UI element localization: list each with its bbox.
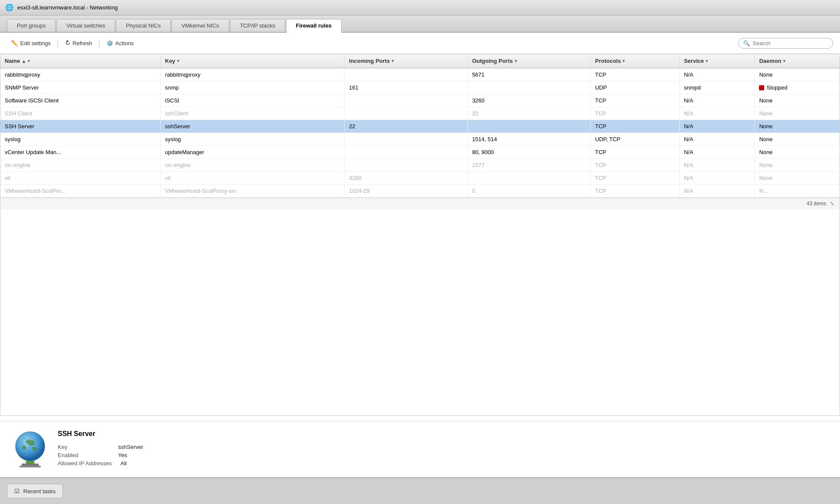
main-area: Port groups Virtual switches Physical NI… (0, 15, 840, 477)
protocols-cell: TCP (591, 120, 679, 133)
protocols-cell: TCP (591, 172, 679, 185)
content-panel: ✏️ Edit settings | ↻ Refresh | ⚙️ Action… (0, 33, 840, 477)
toolbar: ✏️ Edit settings | ↻ Refresh | ⚙️ Action… (0, 33, 840, 54)
detail-panel: SSH Server Key sshServer Enabled Yes All… (0, 421, 840, 477)
table-row[interactable]: VMwareHostd-ScsiPro... VMwareHostd-ScsiP… (0, 185, 840, 198)
daemon-cell: None (755, 120, 840, 133)
table-footer: 43 items ⤡ (0, 198, 840, 209)
key-cell: VMwareHostd-ScsiProxy-srv (161, 185, 345, 198)
protocols-cell: TCP (591, 185, 679, 198)
outgoing-ports-cell (467, 172, 591, 185)
daemon-cell: None (755, 172, 840, 185)
key-cell: sshClient (161, 107, 345, 120)
sort-asc-icon (22, 58, 26, 64)
svg-rect-7 (26, 461, 34, 464)
incoming-ports-cell: 22 (345, 120, 468, 133)
table-row[interactable]: Software iSCSI Client iSCSI 3260 TCP N/A… (0, 94, 840, 107)
col-header-daemon[interactable]: Daemon ▾ (755, 54, 840, 68)
col-header-protocols[interactable]: Protocols ▾ (591, 54, 679, 68)
key-cell: vit (161, 172, 345, 185)
app-icon: 🌐 (5, 3, 14, 12)
outgoing-ports-cell: 2377 (467, 159, 591, 172)
service-cell: N/A (679, 107, 755, 120)
pencil-icon: ✏️ (11, 40, 18, 46)
table-container[interactable]: Name ▾ Key ▾ (0, 54, 840, 416)
refresh-button[interactable]: ↻ Refresh (61, 37, 97, 49)
search-icon: 🔍 (743, 40, 750, 46)
detail-allowed-ip-row: Allowed IP Addresses All (58, 460, 143, 467)
name-cell: Software iSCSI Client (0, 94, 161, 107)
tab-bar: Port groups Virtual switches Physical NI… (0, 15, 840, 33)
outgoing-ports-cell: 5671 (467, 68, 591, 81)
tab-firewall-rules[interactable]: Firewall rules (286, 19, 342, 33)
detail-enabled-value: Yes (118, 452, 127, 458)
service-cell: snmpd (679, 81, 755, 94)
tab-port-groups[interactable]: Port groups (7, 19, 56, 32)
detail-key-label: Key (58, 444, 109, 450)
key-cell: rabbitmqproxy (161, 68, 345, 81)
table-row[interactable]: SSH Server sshServer 22 TCP N/A None (0, 120, 840, 133)
col-header-incoming-ports[interactable]: Incoming Ports ▾ (345, 54, 468, 68)
name-cell: SSH Server (0, 120, 161, 133)
search-input[interactable] (753, 40, 828, 46)
key-cell: updateManager (161, 146, 345, 159)
incoming-ports-cell (345, 94, 468, 107)
key-cell: sshServer (161, 120, 345, 133)
edit-settings-button[interactable]: ✏️ Edit settings (7, 38, 55, 49)
incoming-ports-cell (345, 159, 468, 172)
recent-tasks-panel[interactable]: ☑ Recent tasks (7, 484, 63, 498)
service-cell: N/A (679, 185, 755, 198)
daemon-cell: Stopped (755, 81, 840, 94)
table-row[interactable]: vCenter Update Man... updateManager 80, … (0, 146, 840, 159)
name-cell: SSH Client (0, 107, 161, 120)
tab-physical-nics[interactable]: Physical NICs (116, 19, 171, 32)
outgoing-ports-cell (467, 81, 591, 94)
col-header-name[interactable]: Name ▾ (0, 54, 161, 68)
svg-rect-9 (19, 466, 41, 467)
table-row[interactable]: vic-engine vic-engine 2377 TCP N/A None (0, 159, 840, 172)
col-header-service[interactable]: Service ▾ (679, 54, 755, 68)
daemon-cell: None (755, 107, 840, 120)
col-header-outgoing-ports[interactable]: Outgoing Ports ▾ (467, 54, 591, 68)
protocols-cell: TCP (591, 159, 679, 172)
incoming-ports-cell: 1024-29 (345, 185, 468, 198)
service-cell: N/A (679, 159, 755, 172)
stopped-icon (759, 85, 764, 90)
chevron-key: ▾ (177, 59, 179, 63)
service-cell: N/A (679, 146, 755, 159)
ssh-server-icon (13, 430, 47, 469)
resize-handle[interactable]: ⤡ (830, 201, 834, 207)
incoming-ports-cell (345, 133, 468, 146)
name-cell: rabbitmqproxy (0, 68, 161, 81)
search-box[interactable]: 🔍 (738, 38, 833, 49)
chevron-incoming: ▾ (392, 59, 394, 63)
detail-title: SSH Server (58, 430, 143, 438)
table-row[interactable]: SSH Client sshClient 22 TCP N/A None (0, 107, 840, 120)
chevron-daemon: ▾ (783, 59, 785, 63)
outgoing-ports-cell: 3260 (467, 94, 591, 107)
detail-key-row: Key sshServer (58, 444, 143, 450)
outgoing-ports-cell: 22 (467, 107, 591, 120)
tab-tcpip-stacks[interactable]: TCP/IP stacks (230, 19, 285, 32)
outgoing-ports-cell: 0 (467, 185, 591, 198)
table-row[interactable]: SNMP Server snmp 161 UDP snmpd Stopped (0, 81, 840, 94)
col-header-key[interactable]: Key ▾ (161, 54, 345, 68)
tab-vmkernel-nics[interactable]: VMkernel NICs (171, 19, 229, 32)
table-row[interactable]: syslog syslog 1514, 514 UDP, TCP N/A Non… (0, 133, 840, 146)
actions-button[interactable]: ⚙️ Actions (102, 38, 138, 49)
table-row[interactable]: rabbitmqproxy rabbitmqproxy 5671 TCP N/A… (0, 68, 840, 81)
service-cell: N/A (679, 68, 755, 81)
service-cell: N/A (679, 120, 755, 133)
protocols-cell: TCP (591, 146, 679, 159)
detail-allowed-ip-label: Allowed IP Addresses (58, 460, 112, 467)
chevron-name: ▾ (28, 59, 30, 63)
daemon-cell: None (755, 68, 840, 81)
title-bar-text: esxi3-s8.learnvmware.local - Networking (17, 4, 118, 11)
key-cell: iSCSI (161, 94, 345, 107)
incoming-ports-cell (345, 107, 468, 120)
tab-virtual-switches[interactable]: Virtual switches (56, 19, 115, 32)
table-row[interactable]: vit vit 3260 TCP N/A None (0, 172, 840, 185)
table-header-row: Name ▾ Key ▾ (0, 54, 840, 68)
title-bar: 🌐 esxi3-s8.learnvmware.local - Networkin… (0, 0, 840, 15)
protocols-cell: UDP, TCP (591, 133, 679, 146)
